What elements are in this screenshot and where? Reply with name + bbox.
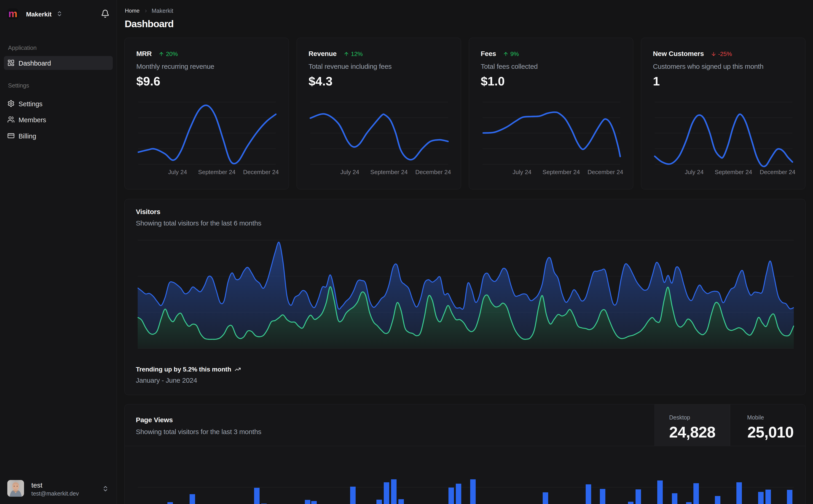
svg-text:July 24: July 24 bbox=[512, 169, 531, 175]
svg-text:July 24: July 24 bbox=[168, 169, 187, 175]
svg-text:December 24: December 24 bbox=[760, 169, 795, 175]
svg-text:September 24: September 24 bbox=[542, 169, 580, 175]
svg-text:September 24: September 24 bbox=[715, 169, 752, 175]
svg-text:September 24: September 24 bbox=[198, 169, 235, 175]
svg-text:m: m bbox=[8, 8, 17, 19]
svg-text:July 24: July 24 bbox=[685, 169, 704, 175]
svg-text:September 24: September 24 bbox=[370, 169, 408, 175]
svg-text:July 24: July 24 bbox=[340, 169, 359, 175]
svg-text:December 24: December 24 bbox=[243, 169, 279, 175]
svg-text:December 24: December 24 bbox=[587, 169, 623, 175]
svg-text:December 24: December 24 bbox=[415, 169, 451, 175]
